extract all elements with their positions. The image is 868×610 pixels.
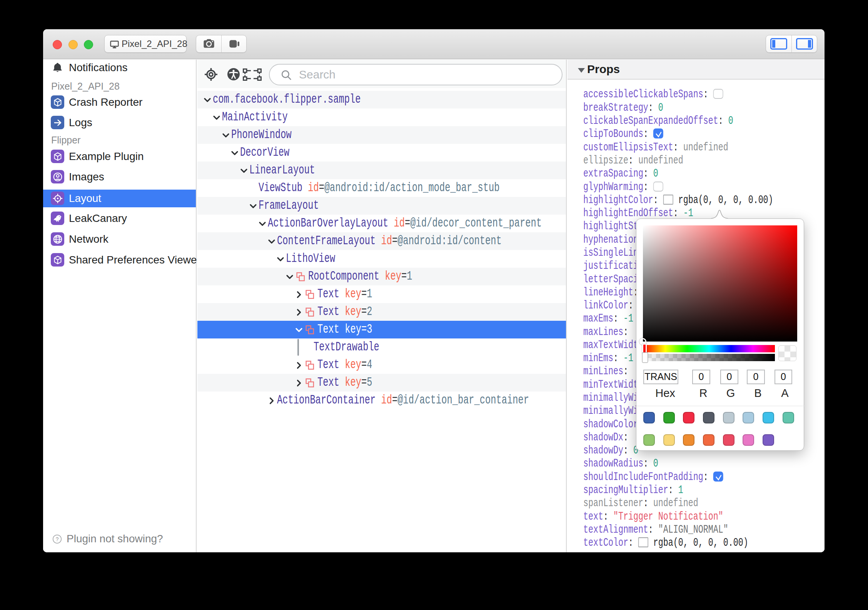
svg-text:?: ? xyxy=(56,537,59,542)
